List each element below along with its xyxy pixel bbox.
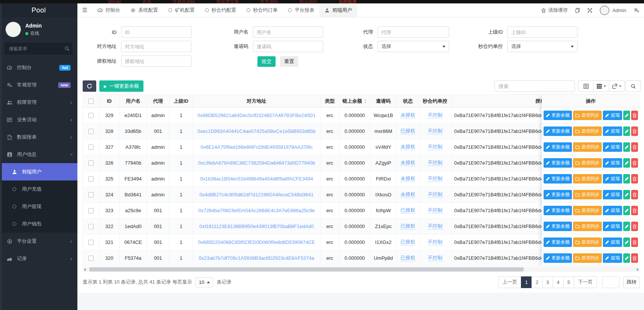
control-link[interactable]: 不控制	[428, 176, 442, 182]
status-select[interactable]: 选择	[377, 41, 449, 52]
edit-button[interactable]	[623, 253, 630, 263]
edit-button[interactable]	[623, 126, 630, 136]
update-balance-button[interactable]: 更新余额	[544, 222, 572, 231]
status-link[interactable]: 未授权	[401, 176, 415, 182]
tab-console[interactable]: 控制台	[92, 3, 125, 17]
columns-button[interactable]	[593, 80, 609, 92]
peer-address-link[interactable]: 0x6E14A75f9ad166e8f4FcDfdE493581978AA378…	[200, 144, 313, 150]
row-checkbox[interactable]	[88, 240, 94, 245]
control-link[interactable]: 不控制	[428, 144, 442, 150]
control-link[interactable]: 不控制	[428, 191, 442, 198]
status-link[interactable]: 未授权	[401, 112, 415, 119]
sync-button[interactable]: 是否同步	[573, 222, 602, 231]
sidebar-item-business-activity[interactable]: 业务活动‹	[0, 111, 77, 128]
delete-button[interactable]	[631, 238, 638, 247]
page-button-3[interactable]: 3	[542, 276, 553, 288]
sync-button[interactable]: 是否同步	[573, 111, 602, 120]
sync-button[interactable]: 是否同步	[573, 238, 602, 247]
edit-button[interactable]	[623, 111, 630, 120]
sidebar-item-records[interactable]: 记录‹	[0, 250, 77, 267]
row-checkbox[interactable]	[88, 129, 94, 134]
reset-button[interactable]: 重置	[280, 56, 298, 67]
row-checkbox[interactable]	[88, 224, 94, 229]
update-balance-button[interactable]: 更新余额	[544, 142, 572, 152]
copy-icon[interactable]	[575, 8, 580, 13]
page-button-1[interactable]: 1	[521, 276, 532, 288]
horizontal-scrollbar[interactable]	[83, 267, 640, 272]
settings-cogs-icon[interactable]	[634, 8, 639, 13]
sidebar-item-user-recharge[interactable]: 用户充值	[0, 180, 77, 198]
tab-seccontract-config[interactable]: 秒合约配置	[200, 3, 241, 17]
username-input[interactable]	[253, 26, 323, 38]
seccontract-control-select[interactable]: 选择	[507, 41, 578, 52]
delete-button[interactable]	[631, 142, 638, 152]
export-button[interactable]	[609, 80, 625, 92]
control-link[interactable]: 不控制	[428, 239, 442, 245]
update-all-balance-button[interactable]: ▶ 一键更新余额	[99, 80, 143, 92]
status-link[interactable]: 未授权	[401, 144, 415, 150]
sidebar-item-platform-settings[interactable]: 平台设置‹	[0, 233, 77, 250]
update-balance-button[interactable]: 更新余额	[544, 126, 572, 136]
peer-address-link[interactable]: 0xc3febA679A89C38C7362594Da646473d0D7794…	[198, 160, 315, 166]
menu-toggle-icon[interactable]: ☰	[77, 7, 92, 14]
row-checkbox[interactable]	[88, 256, 94, 261]
row-checkbox[interactable]	[88, 113, 94, 118]
page-jump-input[interactable]	[602, 276, 619, 288]
peer-address-input[interactable]	[121, 41, 191, 52]
control-link[interactable]: 不控制	[428, 223, 442, 230]
sidebar-item-user-wallet[interactable]: 用户钱包	[0, 215, 77, 233]
parent-id-input[interactable]	[507, 26, 578, 38]
peer-address-link[interactable]: 0x685D204068C85f0CfED0D060f0e8d8D5390674…	[198, 239, 315, 245]
row-checkbox[interactable]	[88, 208, 94, 213]
sync-button[interactable]: 是否同步	[573, 174, 602, 184]
edit-button[interactable]	[623, 238, 630, 247]
row-checkbox[interactable]	[88, 192, 94, 197]
page-button-5[interactable]: 5	[563, 276, 574, 288]
delete-button[interactable]	[631, 158, 638, 168]
withdraw-button[interactable]: 提现	[603, 190, 622, 199]
edit-button[interactable]	[623, 174, 630, 184]
status-link[interactable]: 未授权	[401, 160, 415, 166]
edit-button[interactable]	[623, 190, 630, 199]
withdraw-button[interactable]: 提现	[603, 142, 622, 152]
withdraw-button[interactable]: 提现	[603, 222, 622, 231]
tab-platform-report[interactable]: 平台报表	[283, 3, 319, 17]
page-button-2[interactable]: 2	[532, 276, 542, 288]
search-button[interactable]	[626, 80, 641, 92]
sync-button[interactable]: 是否同步	[573, 206, 602, 215]
peer-address-link[interactable]: 0xf1811123E8136BB950e439013fB70baB8F1edA…	[199, 224, 314, 229]
status-link[interactable]: 已授权	[401, 207, 415, 214]
sync-button[interactable]: 是否同步	[573, 158, 602, 168]
withdraw-button[interactable]: 提现	[603, 174, 622, 184]
edit-button[interactable]	[623, 206, 630, 215]
navbar-user-menu[interactable]: Admin	[600, 6, 626, 15]
fullscreen-icon[interactable]	[587, 8, 592, 13]
update-balance-button[interactable]: 更新余额	[544, 174, 572, 184]
delete-button[interactable]	[631, 206, 638, 215]
status-link[interactable]: 已授权	[401, 255, 415, 261]
id-input[interactable]	[121, 26, 191, 38]
row-checkbox[interactable]	[88, 176, 94, 182]
sync-button[interactable]: 是否同步	[573, 253, 602, 263]
peer-address-link[interactable]: 0x7264ba706C9efDA54Ac2668E4c3A7eE686a25c…	[198, 208, 315, 213]
refresh-button[interactable]	[83, 80, 96, 92]
scrollbar-thumb[interactable]	[89, 267, 524, 271]
sidebar-item-console[interactable]: 控制台hot	[0, 59, 77, 76]
sidebar-item-permission-manage[interactable]: 权限管理‹	[0, 94, 77, 111]
tab-system-config[interactable]: 系统配置	[125, 3, 163, 17]
update-balance-button[interactable]: 更新余额	[544, 190, 572, 199]
status-link[interactable]: 已授权	[401, 223, 415, 230]
status-link[interactable]: 已授权	[401, 128, 415, 134]
row-checkbox[interactable]	[88, 160, 94, 166]
prev-page-button[interactable]: 上一页	[498, 276, 521, 288]
peer-address-link[interactable]: 0x98DB526621a64Dec5cfD324857A487B3FBe240…	[197, 113, 316, 118]
control-link[interactable]: 不控制	[428, 112, 442, 119]
peer-address-link[interactable]: 0xec1D993A40441C4ae07425a5BeCe1e58B933d6…	[197, 128, 316, 134]
page-button-4[interactable]: 4	[553, 276, 564, 288]
update-balance-button[interactable]: 更新余额	[544, 158, 572, 168]
page-size-select[interactable]: 10	[196, 277, 213, 287]
agent-input[interactable]	[377, 26, 449, 38]
peer-address-link[interactable]: 0x23ab7b7df709c1A5938B3ac8D2923c4E6AF537…	[199, 255, 314, 261]
clear-cache-button[interactable]: 清除缓存	[541, 7, 568, 14]
withdraw-button[interactable]: 提现	[603, 253, 622, 263]
